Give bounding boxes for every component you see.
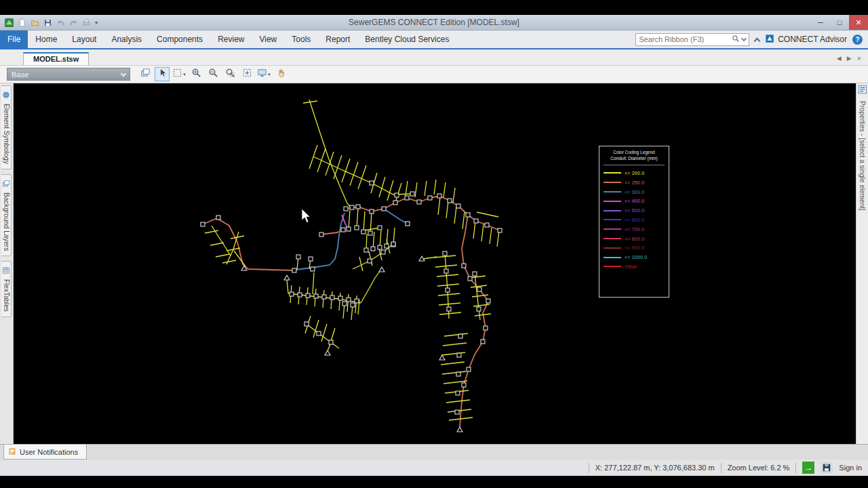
ribbon-tab-tools[interactable]: Tools: [284, 30, 318, 48]
sync-button[interactable]: →: [802, 462, 814, 474]
toolbar-buttons: ▾▾: [138, 67, 288, 81]
legend-swatch: [604, 257, 621, 258]
zoom-extents-button[interactable]: [239, 67, 254, 81]
connect-advisor-button[interactable]: CONNECT Advisor: [765, 34, 847, 45]
legend-title-line1: Color Coding Legend: [604, 150, 665, 156]
user-notifications-tab[interactable]: User Notifications: [3, 445, 87, 460]
legend-label: Other: [625, 264, 637, 269]
undo-icon[interactable]: [55, 17, 66, 28]
legend-label: <= 250.0: [625, 180, 644, 185]
save-status-icon[interactable]: [821, 462, 833, 474]
ribbon-tab-review[interactable]: Review: [210, 30, 252, 48]
ribbon-search-input[interactable]: [639, 35, 730, 43]
close-button[interactable]: ✕: [849, 15, 868, 30]
legend-swatch: [604, 247, 621, 249]
scenario-dropdown[interactable]: Base: [7, 68, 130, 81]
scenario-caret-icon: [121, 70, 126, 76]
minimize-button[interactable]: ─: [811, 15, 830, 30]
tab-scroll-right-icon[interactable]: ▶: [847, 55, 852, 62]
connect-advisor-label: CONNECT Advisor: [778, 35, 847, 44]
left-dock-strip: Element SymbologyBackground LayersFlexTa…: [0, 83, 14, 444]
dock-tab-label: Background Layers: [3, 192, 10, 251]
sign-in-link[interactable]: Sign in: [839, 464, 862, 472]
selection-shape-icon: [172, 68, 182, 81]
status-divider: [795, 463, 796, 473]
letterbox-bottom: [0, 476, 868, 488]
maximize-button[interactable]: □: [830, 15, 849, 30]
print-icon[interactable]: [81, 17, 92, 28]
legend-title-line2: Conduit: Diameter (mm): [604, 156, 665, 162]
legend-label: <= 600.0: [625, 218, 644, 222]
dock-tab-label: Element Symbology: [3, 104, 10, 164]
main-area: Element SymbologyBackground LayersFlexTa…: [0, 83, 868, 444]
document-tab-nav: ◀ ▶ ×: [837, 54, 868, 65]
tab-scroll-left-icon[interactable]: ◀: [837, 55, 842, 62]
legend-entry: <= 700.0: [604, 224, 665, 234]
ribbon-tabs: FileHomeLayoutAnalysisComponentsReviewVi…: [0, 30, 456, 48]
ribbon-tab-file[interactable]: File: [0, 30, 28, 48]
search-icon[interactable]: [732, 35, 740, 45]
properties-panel-icon[interactable]: [858, 85, 867, 97]
legend-swatch: [604, 228, 621, 230]
pan-button[interactable]: [273, 67, 288, 81]
legend-entry: <= 600.0: [604, 216, 665, 225]
quick-access-caret-icon[interactable]: ▾: [92, 20, 98, 26]
dock-tab-label: FlexTables: [3, 279, 10, 312]
tab-close-icon[interactable]: ×: [857, 54, 861, 62]
zoom-window-button[interactable]: [222, 67, 237, 81]
legend-label: <= 400.0: [625, 199, 644, 203]
legend-label: <= 900.0: [625, 245, 644, 250]
named-views-icon: [257, 68, 267, 81]
ribbon-tab-layout[interactable]: Layout: [64, 30, 104, 48]
legend-entry: <= 500.0: [604, 206, 665, 216]
dock-tab-flextables[interactable]: FlexTables: [1, 261, 12, 317]
zoom-out-button[interactable]: [205, 67, 220, 81]
connect-advisor-icon: [765, 34, 774, 45]
element-symbology-button[interactable]: [138, 67, 153, 81]
select-tool-button[interactable]: [155, 67, 170, 81]
caret-down-icon[interactable]: ▾: [183, 72, 186, 77]
dock-tab-background-layers[interactable]: Background Layers: [1, 174, 12, 256]
zoom-out-icon: [208, 68, 218, 81]
named-views-button[interactable]: ▾: [256, 67, 271, 81]
user-notifications-icon: [8, 447, 16, 457]
properties-tab[interactable]: Properties - [select a single element]: [859, 101, 866, 211]
help-icon[interactable]: ?: [852, 35, 863, 45]
open-icon[interactable]: [29, 17, 40, 28]
legend-entry: <= 400.0: [604, 197, 665, 206]
notifications-bar: User Notifications: [0, 444, 868, 460]
ribbon-tab-bentley-cloud-services[interactable]: Bentley Cloud Services: [357, 30, 456, 48]
ribbon-tab-home[interactable]: Home: [28, 30, 64, 48]
ribbon-tab-view[interactable]: View: [252, 30, 284, 48]
legend-entry: <= 800.0: [604, 234, 665, 243]
collapse-ribbon-icon[interactable]: [754, 37, 761, 44]
legend-label: <= 1000.0: [625, 255, 647, 260]
ribbon-tab-report[interactable]: Report: [318, 30, 357, 48]
quick-access-toolbar: [0, 17, 92, 28]
zoom-in-button[interactable]: [189, 67, 203, 81]
new-document-icon[interactable]: [16, 17, 27, 28]
redo-icon[interactable]: [68, 17, 79, 28]
zoom-in-icon: [191, 68, 201, 81]
dock-tab-element-symbology[interactable]: Element Symbology: [1, 85, 12, 169]
save-icon[interactable]: [42, 17, 53, 28]
ribbon-right-tools: CONNECT Advisor ?: [635, 30, 868, 48]
globe-icon: [2, 91, 10, 100]
legend-rows: <= 200.0<= 250.0<= 300.0<= 400.0<= 500.0…: [604, 169, 665, 272]
document-tab-model[interactable]: MODEL.stsw: [23, 52, 89, 65]
drawing-toolbar: Base ▾▾: [0, 66, 868, 83]
title-bar: ▾ SewerGEMS CONNECT Edition [MODEL.stsw]…: [0, 15, 868, 30]
ribbon-tab-analysis[interactable]: Analysis: [104, 30, 149, 48]
element-symbology-icon: [140, 68, 151, 81]
ribbon-tab-components[interactable]: Components: [149, 30, 210, 48]
legend-swatch: [604, 210, 621, 211]
search-dropdown-icon[interactable]: [741, 36, 747, 41]
right-dock-strip: Properties - [select a single element]: [856, 83, 868, 444]
drawing-canvas[interactable]: Color Coding Legend Conduit: Diameter (m…: [14, 83, 856, 444]
legend-entry: <= 1000.0: [604, 253, 665, 262]
caret-down-icon[interactable]: ▾: [268, 72, 271, 77]
app-icon[interactable]: [3, 17, 14, 28]
status-bar: X: 277,122.87 m, Y: 3,076,683.30 m Zoom …: [0, 460, 868, 476]
scenario-value: Base: [12, 70, 28, 79]
selection-shape-button[interactable]: ▾: [172, 67, 186, 81]
